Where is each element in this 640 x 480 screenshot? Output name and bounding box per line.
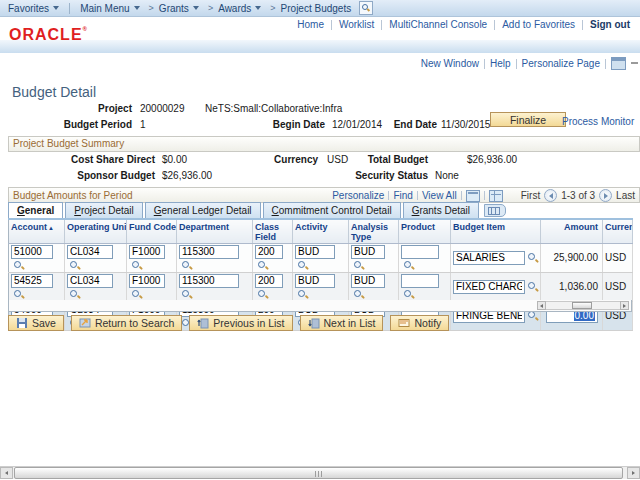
magnifier-icon[interactable] [297, 260, 308, 271]
personalize-page-link[interactable]: Personalize Page [522, 58, 600, 69]
account-input[interactable] [11, 274, 53, 288]
scrollbar-thumb[interactable] [14, 467, 623, 479]
scroll-right-icon[interactable] [627, 467, 640, 479]
personalize-link[interactable]: Personalize [332, 190, 384, 201]
finalize-button[interactable]: Finalize [490, 112, 566, 127]
department-input[interactable] [179, 245, 239, 259]
circle-arrow-left-icon[interactable] [544, 189, 557, 202]
scroll-left-icon[interactable] [537, 301, 546, 310]
end-date-value: 11/30/2015 [441, 119, 490, 130]
scrollbar-thumb[interactable] [572, 302, 592, 309]
previous-in-list-button[interactable]: Previous in List [189, 315, 292, 331]
scroll-left-icon[interactable] [0, 467, 13, 479]
process-monitor-link[interactable]: Process Monitor [562, 116, 634, 127]
col-header-analysis-type[interactable]: Analysis Type [349, 219, 399, 244]
envelope-icon [398, 317, 410, 329]
budget-period-label: Budget Period [32, 119, 132, 130]
tab-grants-detail[interactable]: Grants Detail [403, 202, 479, 218]
pager-first-link[interactable]: First [521, 190, 540, 201]
favorites-menu[interactable]: Favorites [8, 3, 59, 14]
product-input[interactable] [401, 274, 439, 288]
notify-button[interactable]: Notify [390, 315, 449, 331]
budget-item-input[interactable] [453, 280, 525, 294]
analysis-type-input[interactable] [351, 245, 385, 259]
col-header-fund-code[interactable]: Fund Code [127, 219, 177, 244]
scroll-right-icon[interactable] [620, 301, 629, 310]
department-input[interactable] [179, 274, 239, 288]
class-field-input[interactable] [255, 245, 283, 259]
magnifier-icon[interactable] [403, 289, 414, 300]
magnifier-icon[interactable] [69, 260, 80, 271]
pager-range: 1-3 of 3 [561, 190, 595, 201]
save-button[interactable]: Save [8, 315, 64, 331]
breadcrumb-item-grants[interactable]: Grants [159, 3, 199, 14]
tab-general[interactable]: General [8, 202, 63, 218]
magnifier-icon[interactable] [257, 289, 268, 300]
sign-out-link[interactable]: Sign out [590, 19, 630, 30]
breadcrumb-item-project-budgets[interactable]: Project Budgets [281, 3, 352, 14]
worklist-link[interactable]: Worklist [339, 19, 374, 30]
show-all-columns-icon[interactable] [484, 204, 506, 217]
operating-unit-input[interactable] [67, 274, 113, 288]
project-label: Project [32, 103, 132, 114]
magnifier-icon[interactable] [297, 289, 308, 300]
analysis-type-input[interactable] [351, 274, 385, 288]
col-header-activity[interactable]: Activity [293, 219, 349, 244]
fund-code-input[interactable] [129, 245, 165, 259]
magnifier-icon[interactable] [527, 252, 538, 263]
new-window-link[interactable]: New Window [421, 58, 479, 69]
magnifier-icon[interactable] [527, 281, 538, 292]
main-menu[interactable]: Main Menu [80, 3, 139, 14]
tab-general-ledger-detail[interactable]: General Ledger Detail [145, 202, 261, 218]
circle-arrow-right-icon[interactable] [599, 189, 612, 202]
magnifier-icon[interactable] [403, 260, 414, 271]
col-header-account[interactable]: Account▲ [9, 219, 65, 244]
col-header-amount[interactable]: Amount [541, 219, 603, 244]
magnifier-icon[interactable] [13, 260, 24, 271]
pager-last-link[interactable]: Last [616, 190, 635, 201]
magnifier-icon[interactable] [131, 260, 142, 271]
tab-project-detail[interactable]: Project Detail [65, 202, 142, 218]
find-link[interactable]: Find [393, 190, 412, 201]
activity-input[interactable] [295, 274, 335, 288]
view-all-link[interactable]: View All [422, 190, 457, 201]
magnifier-icon[interactable] [181, 260, 192, 271]
cost-share-direct-label: Cost Share Direct [65, 154, 155, 165]
operating-unit-input[interactable] [67, 245, 113, 259]
col-header-budget-item[interactable]: Budget Item [451, 219, 541, 244]
account-input[interactable] [11, 245, 53, 259]
grid-horizontal-scrollbar[interactable] [537, 301, 629, 310]
return-to-search-button[interactable]: Return to Search [71, 315, 182, 331]
multichannel-console-link[interactable]: MultiChannel Console [389, 19, 487, 30]
col-header-currency[interactable]: Currency [603, 219, 633, 244]
magnifier-icon[interactable] [131, 289, 142, 300]
zoom-grid-icon[interactable] [466, 190, 480, 202]
fund-code-input[interactable] [129, 274, 165, 288]
page-down-icon [308, 317, 320, 329]
window-icon[interactable] [611, 57, 626, 70]
page-horizontal-scrollbar[interactable] [0, 466, 640, 479]
class-field-input[interactable] [255, 274, 283, 288]
search-page-icon[interactable] [359, 1, 373, 15]
breadcrumb-item-awards[interactable]: Awards [218, 3, 261, 14]
home-link[interactable]: Home [297, 19, 324, 30]
magnifier-icon[interactable] [353, 289, 364, 300]
magnifier-icon[interactable] [257, 260, 268, 271]
product-input[interactable] [401, 245, 439, 259]
col-header-operating-unit[interactable]: Operating Unit [65, 219, 127, 244]
col-header-department[interactable]: Department [177, 219, 253, 244]
magnifier-icon[interactable] [13, 289, 24, 300]
col-header-product[interactable]: Product [399, 219, 451, 244]
col-header-class-field[interactable]: Class Field [253, 219, 293, 244]
magnifier-icon[interactable] [181, 289, 192, 300]
next-in-list-button[interactable]: Next in List [300, 315, 384, 331]
breadcrumb-separator: > [208, 3, 213, 13]
magnifier-icon[interactable] [69, 289, 80, 300]
tab-commitment-control-detail[interactable]: Commitment Control Detail [263, 202, 401, 218]
add-to-favorites-link[interactable]: Add to Favorites [502, 19, 575, 30]
help-link[interactable]: Help [490, 58, 511, 69]
magnifier-icon[interactable] [353, 260, 364, 271]
activity-input[interactable] [295, 245, 335, 259]
download-grid-icon[interactable] [489, 190, 503, 202]
budget-item-input[interactable] [453, 251, 525, 265]
